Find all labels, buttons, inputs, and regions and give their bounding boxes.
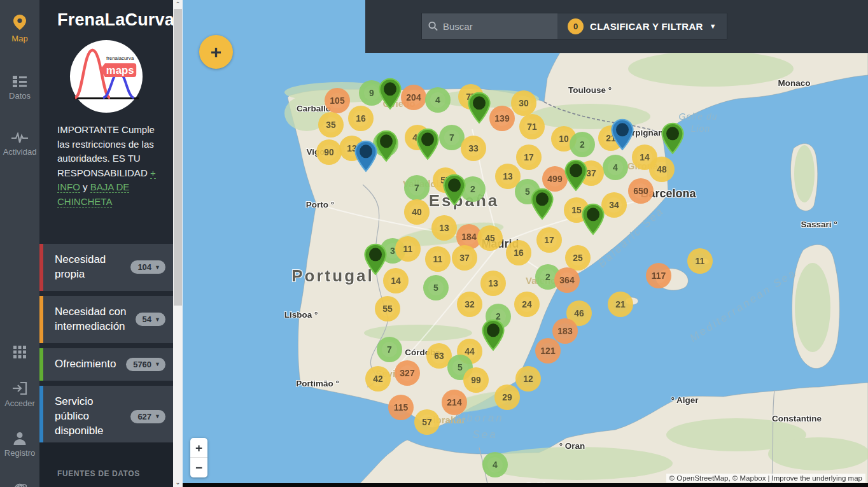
cluster-marker-green[interactable]: 7 [377,337,402,362]
map-pin-icon [13,14,27,31]
cluster-marker-green[interactable]: 2 [570,132,595,157]
pin-marker-green[interactable] [582,203,605,237]
user-icon [13,431,27,445]
search-input[interactable] [443,21,551,32]
rail-item-datos[interactable]: Datos [0,69,39,107]
cluster-marker-orange[interactable]: 121 [535,338,561,363]
cluster-marker-yellow[interactable]: 24 [514,292,540,317]
scroll-up-arrow-icon[interactable]: ⌃ [173,0,183,9]
map-label: Lion [691,124,710,134]
cluster-marker-yellow[interactable]: 42 [365,366,391,392]
zoom-in-button[interactable]: + [190,438,207,458]
cluster-marker-yellow[interactable]: 16 [506,240,531,265]
search-box[interactable] [422,13,557,39]
cluster-marker-yellow[interactable]: 13 [480,271,506,296]
pin-marker-green[interactable] [443,174,466,208]
cluster-marker-yellow[interactable]: 11 [425,246,451,272]
rail-item-registro[interactable]: Registro [0,425,39,464]
cluster-marker-yellow[interactable]: 34 [601,192,627,218]
cluster-marker-yellow[interactable]: 71 [519,114,545,139]
cluster-marker-green[interactable]: 5 [423,275,449,300]
cluster-marker-orange[interactable]: 139 [489,106,515,131]
cluster-marker-yellow[interactable]: 17 [516,145,542,170]
pin-marker-green[interactable] [564,159,587,194]
cluster-marker-yellow[interactable]: 40 [404,199,430,225]
add-pin-button[interactable]: + [199,35,233,69]
cluster-marker-orange[interactable]: 117 [646,263,671,288]
pin-marker-green[interactable] [375,130,398,164]
logo-small-text: frenalacurva [106,55,134,61]
cluster-marker-orange[interactable]: 204 [401,85,426,110]
pin-marker-green[interactable] [379,78,402,112]
rail-item-actividad[interactable]: Actividad [0,126,39,163]
cluster-marker-orange[interactable]: 214 [442,390,467,415]
cluster-marker-yellow[interactable]: 30 [511,90,536,116]
zoom-out-button[interactable]: − [190,458,207,477]
cluster-marker-yellow[interactable]: 45 [477,225,503,251]
pin-marker-blue[interactable] [611,118,634,153]
cluster-marker-yellow[interactable]: 90 [316,139,342,165]
category-count-badge[interactable]: 627▼ [130,410,165,423]
pin-marker-green[interactable] [531,188,554,222]
cluster-marker-yellow[interactable]: 57 [414,409,440,435]
cluster-marker-yellow[interactable]: 11 [687,248,713,274]
cluster-marker-green[interactable]: 4 [425,87,451,113]
attribution-copyright[interactable]: © OpenStreetMap, © Mapbox [669,474,766,482]
cluster-marker-green[interactable]: 4 [603,155,628,180]
cluster-marker-orange[interactable]: 105 [325,88,350,113]
scrollbar-thumb[interactable] [174,9,182,306]
category-count-badge[interactable]: 54▼ [136,313,165,326]
pin-marker-green[interactable] [482,319,505,353]
cluster-marker-yellow[interactable]: 21 [608,292,633,317]
map-label: ° Oran [559,441,585,451]
cluster-marker-orange[interactable]: 327 [395,360,420,386]
cluster-marker-yellow[interactable]: 99 [463,367,489,393]
cluster-marker-orange[interactable]: 115 [388,395,414,420]
category-count-badge[interactable]: 104▼ [130,260,165,274]
classify-filter-button[interactable]: 0 CLASIFICAR Y FILTRAR ▼ [557,13,727,39]
filter-count-badge: 0 [568,18,584,34]
cluster-marker-yellow[interactable]: 11 [395,236,421,262]
cluster-marker-green[interactable]: 7 [404,175,430,201]
cluster-marker-yellow[interactable]: 35 [318,112,344,138]
rail-item-apps[interactable] [0,339,39,365]
sidebar-scrollbar[interactable]: ⌃ ⌄ [173,0,183,487]
cluster-marker-yellow[interactable]: 48 [649,157,675,182]
pin-marker-green[interactable] [661,122,684,157]
cluster-marker-green[interactable]: 4 [482,452,508,477]
cluster-marker-yellow[interactable]: 37 [452,245,477,271]
category-ofrecimiento[interactable]: Ofrecimiento 5760▼ [39,348,173,381]
cluster-marker-orange[interactable]: 650 [628,178,654,204]
cluster-marker-yellow[interactable]: 32 [457,292,482,317]
cluster-marker-yellow[interactable]: 29 [494,385,520,410]
cluster-marker-orange[interactable]: 183 [552,318,578,344]
pin-marker-green[interactable] [364,243,387,278]
cluster-marker-yellow[interactable]: 14 [383,268,409,293]
map-canvas[interactable]: CarballoVigoOviedoToulouse °MonacoPerpig… [183,0,868,487]
pin-marker-green[interactable] [468,92,491,126]
map-label: Portimão ° [296,379,339,388]
cluster-marker-yellow[interactable]: 16 [348,106,374,131]
pin-marker-blue[interactable] [354,140,377,174]
category-necesidad-propia[interactable]: Necesidad propia 104▼ [39,244,173,291]
pin-marker-green[interactable] [416,128,439,162]
rail-item-globe[interactable] [0,474,39,487]
cluster-marker-orange[interactable]: 364 [554,267,580,293]
category-necesidad-intermediacion[interactable]: Necesidad con intermediación 54▼ [39,296,173,343]
category-servicio-publico[interactable]: Servicio público disponible 627▼ [39,386,173,448]
cluster-marker-yellow[interactable]: 25 [565,245,591,271]
chevron-down-icon: ▼ [155,361,160,367]
rail-item-acceder[interactable]: Acceder [0,375,39,414]
attribution-improve-link[interactable]: Improve the underlying map [771,474,862,482]
category-count-badge[interactable]: 5760▼ [126,358,165,371]
rail-item-map[interactable]: Map [0,8,39,50]
cluster-marker-yellow[interactable]: 33 [461,136,486,161]
important-notice: IMPORTANTE Cumple las restricciones de l… [39,114,173,209]
scroll-down-arrow-icon[interactable]: ⌄ [173,478,183,487]
cluster-marker-yellow[interactable]: 13 [431,215,457,241]
search-icon [428,21,438,31]
cluster-marker-yellow[interactable]: 55 [375,296,400,321]
cluster-marker-yellow[interactable]: 12 [515,366,541,392]
cluster-marker-yellow[interactable]: 17 [536,227,562,253]
map-label: Constantine [772,414,822,423]
